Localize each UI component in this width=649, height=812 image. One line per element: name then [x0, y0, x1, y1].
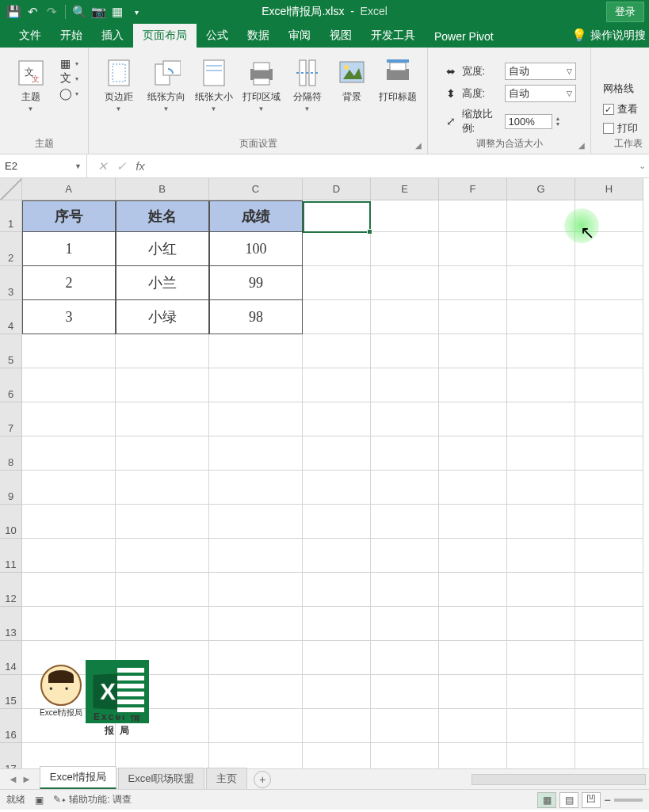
cell[interactable] [22, 368, 116, 402]
margins-button[interactable]: 页边距▼ [98, 55, 139, 114]
cell[interactable] [507, 436, 575, 471]
cell[interactable] [303, 200, 371, 232]
cell[interactable] [507, 402, 575, 436]
sheet-tab-2[interactable]: 主页 [206, 768, 247, 789]
tab-nav-next[interactable]: ► [21, 773, 32, 785]
cell[interactable] [439, 641, 507, 675]
cell[interactable]: 100 [209, 232, 303, 266]
cell[interactable] [303, 675, 371, 709]
row-header-14[interactable]: 14 [0, 641, 22, 675]
cell[interactable] [371, 641, 439, 675]
cell[interactable] [439, 266, 507, 300]
cell[interactable]: 小兰 [116, 266, 209, 300]
print-titles-button[interactable]: 打印标题 [377, 55, 418, 105]
cell[interactable] [116, 743, 209, 768]
tab-页面布局[interactable]: 页面布局 [133, 24, 197, 48]
cell[interactable] [439, 402, 507, 436]
tab-文件[interactable]: 文件 [10, 24, 51, 48]
cell[interactable] [371, 539, 439, 573]
scale-spinner[interactable]: ▲▼ [555, 116, 561, 127]
row-header-9[interactable]: 9 [0, 471, 22, 505]
cell[interactable] [209, 675, 303, 709]
cell[interactable]: 99 [209, 266, 303, 300]
cell[interactable] [22, 334, 116, 368]
name-box[interactable]: E2▼ [0, 154, 87, 177]
cell[interactable] [303, 368, 371, 402]
cell[interactable] [116, 368, 209, 402]
page-break-view-button[interactable]: 凹 [582, 792, 601, 808]
cell[interactable] [507, 641, 575, 675]
cell[interactable] [575, 675, 643, 709]
cell[interactable] [575, 334, 643, 368]
cell[interactable] [575, 505, 643, 539]
fx-icon[interactable]: fx [132, 159, 149, 173]
print-preview-icon[interactable]: 🔍 [72, 5, 86, 19]
cell[interactable] [575, 402, 643, 436]
cell[interactable] [303, 641, 371, 675]
cell[interactable] [507, 334, 575, 368]
cell[interactable] [371, 743, 439, 768]
formula-input[interactable] [155, 154, 635, 177]
login-button[interactable]: 登录 [606, 2, 644, 22]
cell[interactable] [22, 436, 116, 471]
cell[interactable] [575, 607, 643, 641]
cell[interactable] [507, 232, 575, 266]
row-header-7[interactable]: 7 [0, 402, 22, 436]
cell[interactable] [507, 266, 575, 300]
cell[interactable] [439, 743, 507, 768]
cell[interactable] [371, 232, 439, 266]
cell[interactable] [439, 334, 507, 368]
cell[interactable]: 98 [209, 300, 303, 334]
cell[interactable] [371, 402, 439, 436]
cell[interactable] [575, 266, 643, 300]
cell[interactable] [303, 334, 371, 368]
cell[interactable] [439, 709, 507, 743]
cell[interactable] [209, 573, 303, 607]
cell[interactable] [116, 539, 209, 573]
cell[interactable] [209, 709, 303, 743]
cell[interactable] [22, 573, 116, 607]
row-header-3[interactable]: 3 [0, 266, 22, 300]
tab-开始[interactable]: 开始 [51, 24, 92, 48]
cell[interactable] [209, 641, 303, 675]
col-header-H[interactable]: H [575, 178, 643, 200]
scale-input[interactable]: 100% [505, 114, 552, 129]
cell[interactable] [303, 266, 371, 300]
col-header-C[interactable]: C [209, 178, 303, 200]
cell[interactable] [507, 743, 575, 768]
cell[interactable] [507, 539, 575, 573]
cell[interactable] [575, 641, 643, 675]
row-header-8[interactable]: 8 [0, 436, 22, 471]
cell[interactable] [371, 436, 439, 471]
cell[interactable] [303, 709, 371, 743]
cell[interactable] [116, 334, 209, 368]
cell[interactable]: 1 [22, 232, 116, 266]
cell[interactable] [507, 607, 575, 641]
cell[interactable] [439, 232, 507, 266]
cell[interactable] [116, 505, 209, 539]
cell[interactable] [371, 300, 439, 334]
breaks-button[interactable]: 分隔符▼ [288, 55, 326, 114]
sheet-tab-0[interactable]: Excel情报局 [40, 766, 116, 789]
cell[interactable]: 2 [22, 266, 116, 300]
cell[interactable] [439, 200, 507, 232]
cell[interactable] [371, 607, 439, 641]
cell[interactable]: 小红 [116, 232, 209, 266]
cell[interactable]: 序号 [22, 200, 116, 232]
cell[interactable] [507, 573, 575, 607]
cell[interactable] [22, 539, 116, 573]
save-icon[interactable]: 💾 [6, 5, 21, 19]
themes-button[interactable]: 文文 主题▼ [10, 55, 52, 114]
cell[interactable]: 3 [22, 300, 116, 334]
cell[interactable] [575, 709, 643, 743]
cell[interactable] [116, 607, 209, 641]
cell[interactable] [22, 607, 116, 641]
cell[interactable] [209, 505, 303, 539]
cell[interactable] [22, 471, 116, 505]
cell[interactable] [371, 709, 439, 743]
scale-launcher[interactable]: ◢ [578, 141, 588, 151]
tab-nav-prev[interactable]: ◄ [8, 773, 18, 785]
cell[interactable] [439, 471, 507, 505]
horizontal-scrollbar[interactable] [471, 774, 646, 785]
cell[interactable] [507, 471, 575, 505]
